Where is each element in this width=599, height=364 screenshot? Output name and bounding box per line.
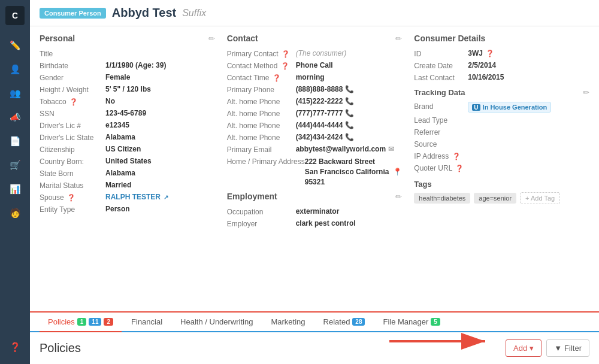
label-create-date: Create Date [414,61,468,70]
field-alt-phone-2: Alt. home Phone (777)777-7777 📞 [227,109,403,118]
tab-related-label: Related [323,317,350,326]
phone-call-icon-4[interactable]: 📞 [345,121,354,129]
label-primary-phone: Primary Phone [227,85,296,94]
person-name: Abbyd Test [112,6,176,20]
field-quoter-url: Quoter URL ❓ [414,163,589,172]
label-brand: Brand [414,102,468,111]
tab-policies[interactable]: Policies 1 11 2 [40,313,122,332]
map-icon[interactable]: 📍 [393,167,402,177]
value-alt-phone-3: (444)444-4444 📞 [296,121,355,129]
ip-help-icon[interactable]: ❓ [452,153,461,160]
value-id: 3WJ ❓ [468,49,494,57]
contact-title: Contact [227,34,258,43]
employment-title: Employment [227,192,277,201]
id-help-icon[interactable]: ❓ [486,50,494,57]
field-create-date: Create Date 2/5/2014 [414,61,589,70]
tab-file-manager-label: File Manager [383,317,428,326]
contact-column: Contact ✏ Primary Contact ❓ (The consume… [227,34,415,304]
tab-marketing[interactable]: Marketing [262,313,313,332]
field-gender: Gender Female [40,73,215,82]
phone-call-icon-5[interactable]: 📞 [345,133,354,141]
field-alt-phone-1: Alt. home Phone (415)222-2222 📞 [227,97,403,106]
value-primary-phone: (888)888-8888 📞 [296,85,355,93]
tab-health-underwriting[interactable]: Health / Underwriting [172,313,261,332]
filter-label: Filter [564,344,582,353]
value-gender: Female [105,73,130,81]
value-primary-contact: (The consumer) [296,49,347,57]
cart-sidebar-icon[interactable]: 🛒 [4,154,26,176]
file-manager-badge: 5 [431,318,440,326]
person-sidebar-icon[interactable]: 🧑 [4,202,26,224]
spouse-link[interactable]: RALPH TESTER [105,193,161,201]
add-tag-button[interactable]: + Add Tag [520,192,560,204]
employment-edit-icon[interactable]: ✏ [395,192,402,201]
tag-health-diabetes: health=diabetes [414,193,470,204]
value-alt-phone-4: (342)434-2424 📞 [296,133,355,141]
content-columns: Personal ✏ Title Birthdate 1/1/1980 (Age… [30,26,599,311]
policies-badge-2: 11 [89,318,101,326]
value-drivers-lic: e12345 [105,121,129,129]
tab-related[interactable]: Related 28 [315,313,374,332]
quoter-help-icon[interactable]: ❓ [455,165,464,172]
tracking-edit-icon[interactable]: ✏ [583,88,589,97]
red-arrow-annotation [383,329,503,353]
contact-time-help-icon[interactable]: ❓ [273,74,281,81]
chart-sidebar-icon[interactable]: 📊 [4,178,26,200]
primary-contact-help-icon[interactable]: ❓ [282,50,290,57]
field-citizenship: Citizenship US Citizen [40,145,215,154]
edit-sidebar-icon[interactable]: ✏️ [4,35,26,56]
sidebar-logo[interactable]: C [5,6,25,25]
label-primary-email: Primary Email [227,145,296,154]
label-alt-phone-3: Alt. home Phone [227,121,296,130]
field-lead-type: Lead Type [414,116,589,125]
page-header: Consumer Person Abbyd Test Suffix [30,0,599,26]
field-primary-email: Primary Email abbytest@wallyworld.com ✉ [227,145,403,154]
user-sidebar-icon[interactable]: 👤 [4,59,26,80]
details-section-header: Consumer Details [414,34,589,43]
label-alt-phone-2: Alt. home Phone [227,109,296,118]
value-occupation: exterminator [296,207,340,216]
tab-financial-label: Financial [131,317,162,326]
field-title: Title [40,49,215,58]
phone-call-icon-1[interactable]: 📞 [345,85,354,93]
field-last-contact: Last Contact 10/16/2015 [414,73,589,82]
label-address: Home / Primary Address [227,157,305,166]
phone-call-icon-3[interactable]: 📞 [345,109,354,117]
add-dropdown-icon: ▾ [530,344,534,353]
label-id: ID [414,49,468,58]
personal-section-header: Personal ✏ [40,34,215,43]
personal-edit-icon[interactable]: ✏ [208,34,215,43]
tab-file-manager[interactable]: File Manager 5 [374,313,448,332]
tags-row: health=diabetes age=senior + Add Tag [414,192,589,204]
add-label: Add [513,344,527,353]
value-alt-phone-1: (415)222-2222 📞 [296,97,355,105]
field-occupation: Occupation exterminator [227,207,403,216]
filter-button[interactable]: ▼ Filter [546,339,589,357]
group-sidebar-icon[interactable]: 👥 [4,83,26,104]
label-contact-method: Contact Method ❓ [227,61,296,70]
field-address: Home / Primary Address 222 Backward Stre… [227,157,403,187]
megaphone-sidebar-icon[interactable]: 📣 [4,107,26,128]
add-button[interactable]: Add ▾ [506,339,541,357]
details-title: Consumer Details [414,34,485,43]
label-drivers-lic-state: Driver's Lic State [40,133,105,142]
phone-call-icon-2[interactable]: 📞 [345,97,354,105]
help-sidebar-icon[interactable]: ❓ [4,336,26,358]
label-birthdate: Birthdate [40,61,105,70]
email-icon[interactable]: ✉ [388,145,394,153]
file-sidebar-icon[interactable]: 📄 [4,131,26,152]
contact-method-help-icon[interactable]: ❓ [281,62,289,69]
label-ssn: SSN [40,109,105,118]
label-marital-status: Marital Status [40,181,105,190]
tobacco-help-icon[interactable]: ❓ [69,98,78,105]
brand-text: In House Generation [483,104,547,111]
tab-marketing-label: Marketing [271,317,305,326]
contact-edit-icon[interactable]: ✏ [395,34,402,43]
employment-section: Employment ✏ Occupation exterminator Emp… [227,192,403,228]
field-spouse: Spouse ❓ RALPH TESTER ↗ [40,193,215,202]
tab-financial[interactable]: Financial [123,313,171,332]
spouse-help-icon[interactable]: ❓ [67,194,75,201]
tags-title: Tags [414,180,589,189]
field-contact-time: Contact Time ❓ morning [227,73,403,82]
value-height-weight: 5' 5" / 120 lbs [105,85,151,93]
